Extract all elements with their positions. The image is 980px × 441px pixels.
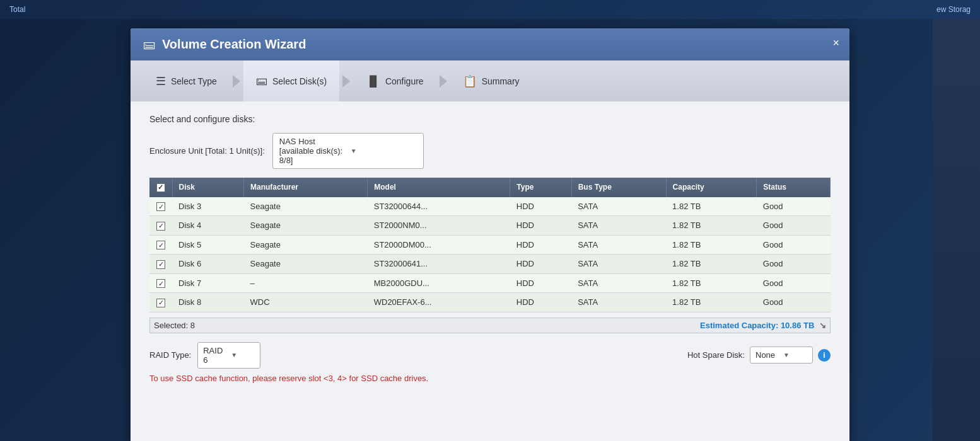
wizard-icon: 🖴 <box>143 37 156 52</box>
row-bustype: SATA <box>571 273 666 293</box>
row-checkbox-cell[interactable]: ✓ <box>149 197 172 216</box>
row-model: WD20EFAX-6... <box>368 293 510 312</box>
col-disk: Disk <box>172 178 244 197</box>
top-bar-left: Total <box>9 5 25 14</box>
step-configure-label: Configure <box>385 76 424 86</box>
row-checkbox[interactable]: ✓ <box>156 299 165 307</box>
row-checkbox[interactable]: ✓ <box>156 222 165 231</box>
row-status: Good <box>757 197 831 216</box>
row-checkbox-cell[interactable]: ✓ <box>149 216 172 236</box>
step-select-disks[interactable]: 🖴 Select Disk(s) <box>243 60 339 101</box>
row-manufacturer: – <box>244 273 368 293</box>
estimated-capacity-value: 10.86 TB <box>781 321 814 330</box>
col-checkbox[interactable]: ✓ <box>149 178 172 197</box>
row-checkbox-cell[interactable]: ✓ <box>149 255 172 274</box>
row-checkbox[interactable]: ✓ <box>156 260 165 269</box>
row-bustype: SATA <box>571 293 666 312</box>
row-type: HDD <box>510 216 571 236</box>
row-disk: Disk 4 <box>172 216 244 236</box>
raid-dropdown-arrow: ▼ <box>231 352 255 358</box>
row-checkbox[interactable]: ✓ <box>156 279 165 288</box>
table-row: ✓ Disk 8 WDC WD20EFAX-6... HDD SATA 1.82… <box>149 293 831 312</box>
raid-type-select[interactable]: RAID 6 ▼ <box>197 342 260 369</box>
step-summary[interactable]: 📋 Summary <box>450 60 532 101</box>
row-manufacturer: Seagate <box>244 216 368 236</box>
options-row: RAID Type: RAID 6 ▼ Hot Spare Disk: None… <box>149 342 831 369</box>
table-row: ✓ Disk 4 Seagate ST2000NM0... HDD SATA 1… <box>149 216 831 236</box>
hot-spare-value: None <box>755 350 779 360</box>
row-status: Good <box>757 255 831 274</box>
configure-icon: ▐▌ <box>366 76 380 87</box>
step-select-disks-label: Select Disk(s) <box>272 76 327 86</box>
enclosure-row: Enclosure Unit [Total: 1 Unit(s)]: NAS H… <box>149 133 831 169</box>
row-type: HDD <box>510 273 571 293</box>
row-manufacturer: Seagate <box>244 197 368 216</box>
resize-handle-icon: ↘ <box>819 321 826 330</box>
raid-type-label: RAID Type: <box>149 350 191 360</box>
hot-spare-dropdown-arrow: ▼ <box>783 352 807 358</box>
row-model: ST32000644... <box>368 197 510 216</box>
row-checkbox-cell[interactable]: ✓ <box>149 235 172 255</box>
select-type-icon: ☰ <box>156 74 166 88</box>
row-type: HDD <box>510 235 571 255</box>
row-checkbox[interactable]: ✓ <box>156 241 165 249</box>
enclosure-select[interactable]: NAS Host [available disk(s): 8/8] ▼ <box>272 133 424 169</box>
row-manufacturer: WDC <box>244 293 368 312</box>
table-row: ✓ Disk 7 – MB2000GDU... HDD SATA 1.82 TB… <box>149 273 831 293</box>
row-disk: Disk 8 <box>172 293 244 312</box>
step-arrow-3 <box>440 75 447 88</box>
step-summary-label: Summary <box>482 76 520 86</box>
row-status: Good <box>757 293 831 312</box>
row-model: ST2000NM0... <box>368 216 510 236</box>
select-all-checkbox[interactable]: ✓ <box>156 183 165 192</box>
step-arrow-2 <box>342 75 350 88</box>
row-model: ST32000641... <box>368 255 510 274</box>
close-button[interactable]: × <box>832 37 839 49</box>
right-options: Hot Spare Disk: None ▼ i <box>687 346 831 364</box>
estimated-capacity-label: Estimated Capacity: <box>700 321 778 330</box>
enclosure-label: Enclosure Unit [Total: 1 Unit(s)]: <box>149 146 265 156</box>
col-model: Model <box>368 178 510 197</box>
section-title: Select and configure disks: <box>149 114 831 124</box>
row-status: Good <box>757 273 831 293</box>
summary-icon: 📋 <box>463 74 477 88</box>
step-configure[interactable]: ▐▌ Configure <box>353 60 436 101</box>
modal-title: Volume Creation Wizard <box>162 37 306 52</box>
col-manufacturer: Manufacturer <box>244 178 368 197</box>
row-status: Good <box>757 216 831 236</box>
info-icon[interactable]: i <box>818 349 831 362</box>
top-bar-right: ew Storag <box>936 5 971 14</box>
col-bustype: Bus Type <box>571 178 666 197</box>
row-capacity: 1.82 TB <box>666 197 757 216</box>
row-checkbox-cell[interactable]: ✓ <box>149 273 172 293</box>
row-disk: Disk 3 <box>172 197 244 216</box>
top-bar: Total ew Storag <box>0 0 980 19</box>
row-manufacturer: Seagate <box>244 255 368 274</box>
step-select-type[interactable]: ☰ Select Type <box>143 60 230 101</box>
row-type: HDD <box>510 255 571 274</box>
row-bustype: SATA <box>571 235 666 255</box>
row-model: MB2000GDU... <box>368 273 510 293</box>
row-checkbox[interactable]: ✓ <box>156 202 165 211</box>
left-options: RAID Type: RAID 6 ▼ <box>149 342 260 369</box>
raid-type-value: RAID 6 <box>203 346 227 365</box>
modal-overlay: 🖴 Volume Creation Wizard × ☰ Select Type… <box>0 19 980 441</box>
row-type: HDD <box>510 197 571 216</box>
row-manufacturer: Seagate <box>244 235 368 255</box>
row-bustype: SATA <box>571 197 666 216</box>
col-capacity: Capacity <box>666 178 757 197</box>
enclosure-value: NAS Host [available disk(s): 8/8] <box>279 137 346 165</box>
col-status: Status <box>757 178 831 197</box>
modal: 🖴 Volume Creation Wizard × ☰ Select Type… <box>131 28 849 441</box>
disk-table: ✓ Disk Manufacturer Model Type Bus Type … <box>149 178 831 312</box>
row-model: ST2000DM00... <box>368 235 510 255</box>
wizard-steps: ☰ Select Type 🖴 Select Disk(s) ▐▌ Config… <box>131 60 849 101</box>
row-checkbox-cell[interactable]: ✓ <box>149 293 172 312</box>
row-capacity: 1.82 TB <box>666 235 757 255</box>
select-disks-icon: 🖴 <box>256 74 267 88</box>
row-bustype: SATA <box>571 216 666 236</box>
col-type: Type <box>510 178 571 197</box>
hot-spare-select[interactable]: None ▼ <box>750 346 813 364</box>
warning-text: To use SSD cache function, please reserv… <box>149 374 831 383</box>
step-select-type-label: Select Type <box>171 76 217 86</box>
